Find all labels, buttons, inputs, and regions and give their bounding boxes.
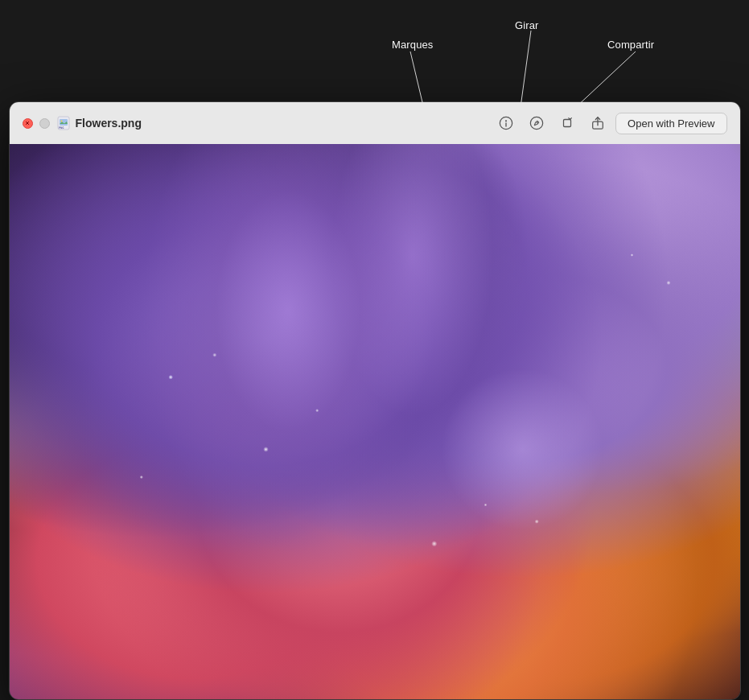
markup-icon	[529, 116, 544, 130]
filename-label: Flowers.png	[76, 117, 142, 130]
flower-image	[10, 144, 741, 699]
svg-rect-12	[564, 120, 571, 127]
tooltip-girar: Girar	[515, 19, 539, 31]
traffic-lights	[23, 118, 50, 129]
tooltip-marques: Marques	[392, 39, 434, 51]
close-button[interactable]	[23, 118, 33, 129]
svg-text:PNG: PNG	[59, 126, 64, 130]
rotate-button[interactable]	[554, 110, 580, 136]
quick-look-window: PNG Flowers.png	[9, 101, 741, 700]
image-area	[10, 144, 741, 699]
info-icon	[499, 116, 513, 130]
share-button[interactable]	[585, 110, 611, 136]
file-title: PNG Flowers.png	[56, 116, 142, 130]
tooltip-area: Marques Girar Compartir	[0, 16, 749, 101]
titlebar: PNG Flowers.png	[10, 102, 740, 144]
rotate-icon	[560, 116, 574, 130]
minimize-placeholder	[39, 118, 50, 129]
svg-point-5	[60, 121, 62, 122]
toolbar-buttons: Open with Preview	[493, 110, 726, 136]
open-with-preview-button[interactable]: Open with Preview	[615, 113, 726, 134]
tooltip-compartir: Compartir	[607, 39, 654, 51]
share-icon	[591, 116, 605, 130]
file-icon: PNG	[56, 116, 71, 130]
info-button[interactable]	[493, 110, 519, 136]
markup-button[interactable]	[524, 110, 549, 136]
close-icon	[24, 120, 31, 126]
svg-point-8	[505, 120, 507, 121]
